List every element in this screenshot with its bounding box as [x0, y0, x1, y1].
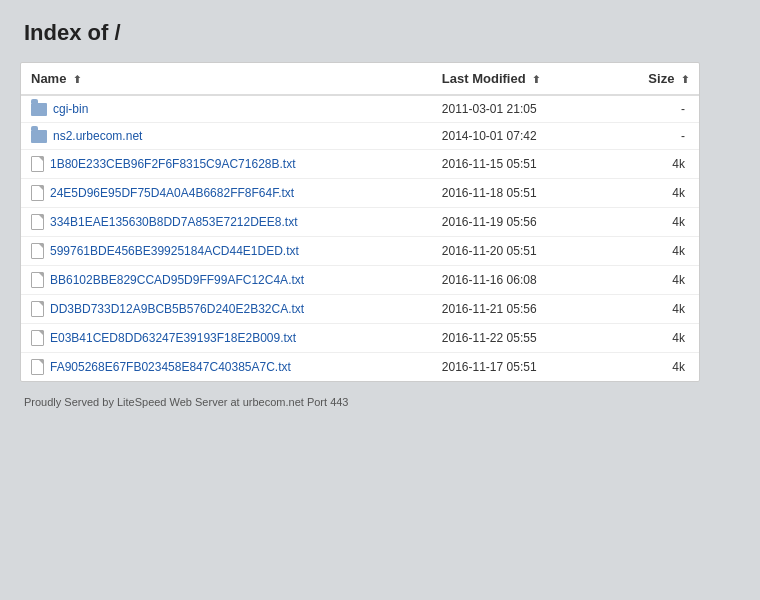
file-link[interactable]: DD3BD733D12A9BCB5B576D240E2B32CA.txt	[50, 302, 304, 316]
file-date: 2016-11-19 05:56	[432, 208, 614, 237]
file-date: 2011-03-01 21:05	[432, 95, 614, 123]
file-icon	[31, 272, 44, 288]
file-size: 4k	[614, 295, 699, 324]
file-link[interactable]: 599761BDE456BE39925184ACD44E1DED.txt	[50, 244, 299, 258]
file-link[interactable]: 334B1EAE135630B8DD7A853E7212DEE8.txt	[50, 215, 298, 229]
file-date: 2016-11-16 06:08	[432, 266, 614, 295]
file-table-container: Name ⬆ Last Modified ⬆ Size ⬆ cgi-bin201…	[20, 62, 700, 382]
file-size: 4k	[614, 324, 699, 353]
folder-icon	[31, 130, 47, 143]
file-size: -	[614, 123, 699, 150]
file-date: 2016-11-15 05:51	[432, 150, 614, 179]
footer-text: Proudly Served by LiteSpeed Web Server a…	[24, 396, 740, 408]
file-icon	[31, 243, 44, 259]
file-icon	[31, 185, 44, 201]
file-table: Name ⬆ Last Modified ⬆ Size ⬆ cgi-bin201…	[21, 63, 699, 381]
file-link[interactable]: cgi-bin	[53, 102, 88, 116]
file-link[interactable]: 1B80E233CEB96F2F6F8315C9AC71628B.txt	[50, 157, 296, 171]
table-row: cgi-bin2011-03-01 21:05-	[21, 95, 699, 123]
file-icon	[31, 359, 44, 375]
table-row: BB6102BBE829CCAD95D9FF99AFC12C4A.txt2016…	[21, 266, 699, 295]
file-icon	[31, 156, 44, 172]
file-link[interactable]: ns2.urbecom.net	[53, 129, 142, 143]
table-row: 24E5D96E95DF75D4A0A4B6682FF8F64F.txt2016…	[21, 179, 699, 208]
file-link[interactable]: BB6102BBE829CCAD95D9FF99AFC12C4A.txt	[50, 273, 304, 287]
file-size: 4k	[614, 179, 699, 208]
file-date: 2016-11-18 05:51	[432, 179, 614, 208]
file-icon	[31, 214, 44, 230]
file-size: 4k	[614, 150, 699, 179]
file-size: 4k	[614, 353, 699, 382]
file-date: 2016-11-20 05:51	[432, 237, 614, 266]
file-date: 2016-11-22 05:55	[432, 324, 614, 353]
file-size: 4k	[614, 266, 699, 295]
file-link[interactable]: 24E5D96E95DF75D4A0A4B6682FF8F64F.txt	[50, 186, 294, 200]
table-row: 334B1EAE135630B8DD7A853E7212DEE8.txt2016…	[21, 208, 699, 237]
table-row: 1B80E233CEB96F2F6F8315C9AC71628B.txt2016…	[21, 150, 699, 179]
table-row: 599761BDE456BE39925184ACD44E1DED.txt2016…	[21, 237, 699, 266]
name-sort-icon: ⬆	[73, 74, 81, 85]
size-sort-icon: ⬆	[681, 74, 689, 85]
column-header-size[interactable]: Size ⬆	[614, 63, 699, 95]
column-header-last-modified[interactable]: Last Modified ⬆	[432, 63, 614, 95]
table-row: DD3BD733D12A9BCB5B576D240E2B32CA.txt2016…	[21, 295, 699, 324]
file-size: 4k	[614, 208, 699, 237]
file-icon	[31, 301, 44, 317]
table-row: E03B41CED8DD63247E39193F18E2B009.txt2016…	[21, 324, 699, 353]
file-link[interactable]: FA905268E67FB023458E847C40385A7C.txt	[50, 360, 291, 374]
table-row: FA905268E67FB023458E847C40385A7C.txt2016…	[21, 353, 699, 382]
file-date: 2014-10-01 07:42	[432, 123, 614, 150]
file-date: 2016-11-17 05:51	[432, 353, 614, 382]
file-size: -	[614, 95, 699, 123]
modified-sort-icon: ⬆	[532, 74, 540, 85]
file-icon	[31, 330, 44, 346]
table-header-row: Name ⬆ Last Modified ⬆ Size ⬆	[21, 63, 699, 95]
column-header-name[interactable]: Name ⬆	[21, 63, 432, 95]
file-size: 4k	[614, 237, 699, 266]
table-row: ns2.urbecom.net2014-10-01 07:42-	[21, 123, 699, 150]
file-link[interactable]: E03B41CED8DD63247E39193F18E2B009.txt	[50, 331, 296, 345]
folder-icon	[31, 103, 47, 116]
page-title: Index of /	[24, 20, 740, 46]
file-date: 2016-11-21 05:56	[432, 295, 614, 324]
